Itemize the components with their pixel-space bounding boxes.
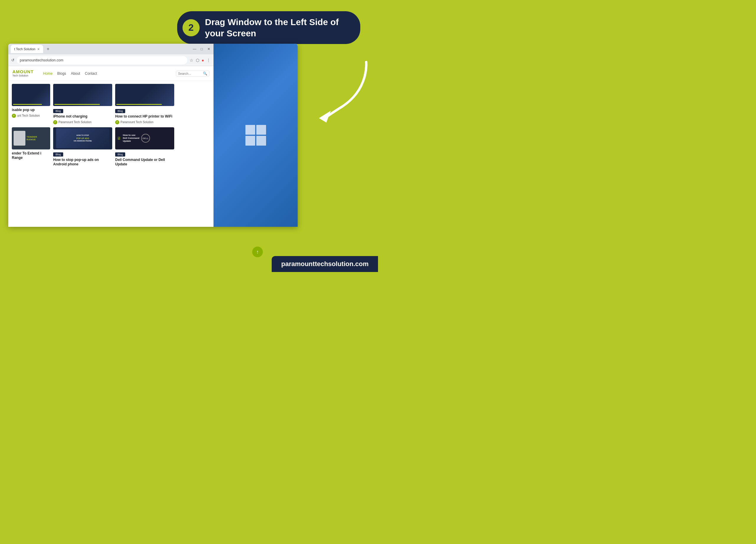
win-pane-4 bbox=[256, 136, 266, 146]
author-name-disable: unt Tech Solution bbox=[17, 114, 40, 117]
card-author-iphone: P Paramount Tech Solution bbox=[53, 120, 112, 124]
scroll-top-button[interactable]: ↑ bbox=[252, 247, 263, 257]
blog-row-1: isable pop up P unt Tech Solution Blog i… bbox=[12, 84, 210, 124]
avatar-iphone: P bbox=[53, 120, 57, 124]
blog-card-hp[interactable]: Blog How to connect HP printer to WiFi P… bbox=[115, 84, 174, 124]
popup-text-how: HOW TO STOP bbox=[76, 134, 89, 137]
profile-icon[interactable]: ● bbox=[202, 58, 204, 63]
card-img-hp bbox=[115, 84, 174, 106]
maximize-button[interactable]: □ bbox=[199, 47, 204, 51]
badge-dell: Blog bbox=[115, 152, 125, 157]
card-bg-popup: HOW TO STOP POP-UP ADS ON ANDROID PHONE bbox=[53, 127, 112, 149]
nav-about[interactable]: About bbox=[71, 71, 80, 76]
card-author-disable: P unt Tech Solution bbox=[12, 114, 50, 118]
popup-ad-visual: HOW TO STOP POP-UP ADS ON ANDROID PHONE bbox=[56, 128, 109, 148]
card-title-disable: isable pop up bbox=[12, 108, 50, 113]
nav-links: Home Blogs About Contact bbox=[43, 71, 97, 76]
card-img-popup: HOW TO STOP POP-UP ADS ON ANDROID PHONE bbox=[53, 127, 112, 149]
blog-row-2: TENDERRANGE ender To Extend i Range HOW … bbox=[12, 127, 210, 168]
card-img-iphone bbox=[53, 84, 112, 106]
footer-url: paramounttechsolution.com bbox=[281, 260, 369, 268]
search-input[interactable] bbox=[178, 72, 202, 75]
logo-bottom: Tech Solution bbox=[12, 74, 34, 77]
card-title-tender: ender To Extend i Range bbox=[12, 151, 50, 160]
author-name-iphone: Paramount Tech Solution bbox=[58, 120, 92, 124]
badge-iphone: Blog bbox=[53, 109, 63, 113]
search-box[interactable]: 🔍 bbox=[176, 71, 209, 76]
step-banner: 2 Drag Window to the Left Side of your S… bbox=[177, 11, 360, 44]
dell-title-text: How to useDell CommandUpdate bbox=[123, 134, 139, 143]
search-icon[interactable]: 🔍 bbox=[203, 71, 207, 76]
card-bg-disable bbox=[12, 84, 50, 106]
nav-contact[interactable]: Contact bbox=[85, 71, 97, 76]
card-bg-hp bbox=[115, 84, 174, 106]
card-title-hp: How to connect HP printer to WiFi bbox=[115, 114, 174, 119]
arrow-icon bbox=[319, 59, 372, 133]
win-pane-2 bbox=[256, 125, 266, 135]
window-controls: — □ ✕ bbox=[192, 47, 211, 51]
blog-grid: isable pop up P unt Tech Solution Blog i… bbox=[8, 81, 214, 227]
card-author-hp: P Paramount Tech Solution bbox=[115, 120, 174, 124]
card-img-tender: TENDERRANGE bbox=[12, 127, 50, 149]
menu-icon[interactable]: ⋮ bbox=[206, 58, 211, 63]
browser-window: t Tech Solution ✕ + — □ ✕ ↺ paramounttec… bbox=[8, 44, 298, 227]
nav-blogs[interactable]: Blogs bbox=[57, 71, 66, 76]
step-number: 2 bbox=[183, 19, 200, 36]
card-bg-tender: TENDERRANGE bbox=[12, 127, 50, 149]
footer: paramounttechsolution.com bbox=[272, 256, 378, 272]
url-text: paramounttechsolution.com bbox=[20, 58, 63, 62]
address-icons: ☆ ⬡ ● ⋮ bbox=[190, 58, 211, 63]
card-bg-iphone bbox=[53, 84, 112, 106]
avatar-disable: P bbox=[12, 114, 16, 118]
close-button[interactable]: ✕ bbox=[206, 47, 211, 51]
popup-text-main: POP-UP ADS bbox=[76, 137, 89, 139]
url-field[interactable]: paramounttechsolution.com bbox=[17, 56, 187, 64]
card-img-dell: 🖥 How to useDell CommandUpdate DELL bbox=[115, 127, 174, 149]
windows-logo bbox=[245, 125, 266, 146]
title-bar: t Tech Solution ✕ + — □ ✕ bbox=[8, 44, 214, 54]
tender-text: TENDERRANGE bbox=[27, 136, 37, 141]
tab-close-icon[interactable]: ✕ bbox=[37, 48, 40, 51]
browser-tab[interactable]: t Tech Solution ✕ bbox=[11, 45, 43, 53]
extension-icon[interactable]: ⬡ bbox=[196, 58, 199, 63]
dell-logo: DELL bbox=[141, 134, 150, 143]
card-title-popup: How to stop pop-up ads on Android phone bbox=[53, 158, 112, 167]
card-title-iphone: iPhone not charging bbox=[53, 114, 112, 119]
avatar-hp: P bbox=[115, 120, 119, 124]
card-img-disable bbox=[12, 84, 50, 106]
win-logo bbox=[245, 125, 266, 146]
blog-card-disable[interactable]: isable pop up P unt Tech Solution bbox=[12, 84, 50, 124]
nav-home[interactable]: Home bbox=[43, 71, 53, 76]
dell-text-block: How to useDell CommandUpdate bbox=[123, 134, 139, 143]
card-bg-dell: 🖥 How to useDell CommandUpdate DELL bbox=[115, 127, 174, 149]
tab-label: t Tech Solution bbox=[14, 47, 35, 51]
svg-marker-0 bbox=[319, 111, 331, 123]
site-logo: AMOUNT Tech Solution bbox=[12, 69, 34, 77]
dell-monitor-icon: 🖥 bbox=[117, 136, 121, 141]
desktop-preview bbox=[214, 44, 298, 227]
card-title-dell: Dell Command Update or Dell Update bbox=[115, 158, 174, 167]
step-title: Drag Window to the Left Side of your Scr… bbox=[205, 17, 350, 39]
refresh-icon[interactable]: ↺ bbox=[11, 58, 14, 62]
badge-hp: Blog bbox=[115, 109, 125, 113]
win-pane-3 bbox=[245, 136, 255, 146]
browser-content: t Tech Solution ✕ + — □ ✕ ↺ paramounttec… bbox=[8, 44, 214, 227]
site-nav: AMOUNT Tech Solution Home Blogs About Co… bbox=[8, 66, 214, 81]
popup-text-on: ON ANDROID PHONE bbox=[74, 140, 92, 142]
badge-popup: Blog bbox=[53, 152, 63, 157]
author-name-hp: Paramount Tech Solution bbox=[120, 120, 154, 124]
blog-card-popup[interactable]: HOW TO STOP POP-UP ADS ON ANDROID PHONE … bbox=[53, 127, 112, 168]
minimize-button[interactable]: — bbox=[192, 47, 197, 51]
bookmark-icon[interactable]: ☆ bbox=[190, 58, 193, 63]
win-pane-1 bbox=[245, 125, 255, 135]
blog-card-iphone[interactable]: Blog iPhone not charging P Paramount Tec… bbox=[53, 84, 112, 124]
blog-card-dell[interactable]: 🖥 How to useDell CommandUpdate DELL Blog… bbox=[115, 127, 174, 168]
tender-device-img bbox=[14, 131, 25, 146]
address-bar: ↺ paramounttechsolution.com ☆ ⬡ ● ⋮ bbox=[8, 54, 214, 66]
blog-card-tender[interactable]: TENDERRANGE ender To Extend i Range bbox=[12, 127, 50, 168]
logo-top: AMOUNT bbox=[12, 69, 34, 74]
new-tab-button[interactable]: + bbox=[45, 46, 51, 52]
